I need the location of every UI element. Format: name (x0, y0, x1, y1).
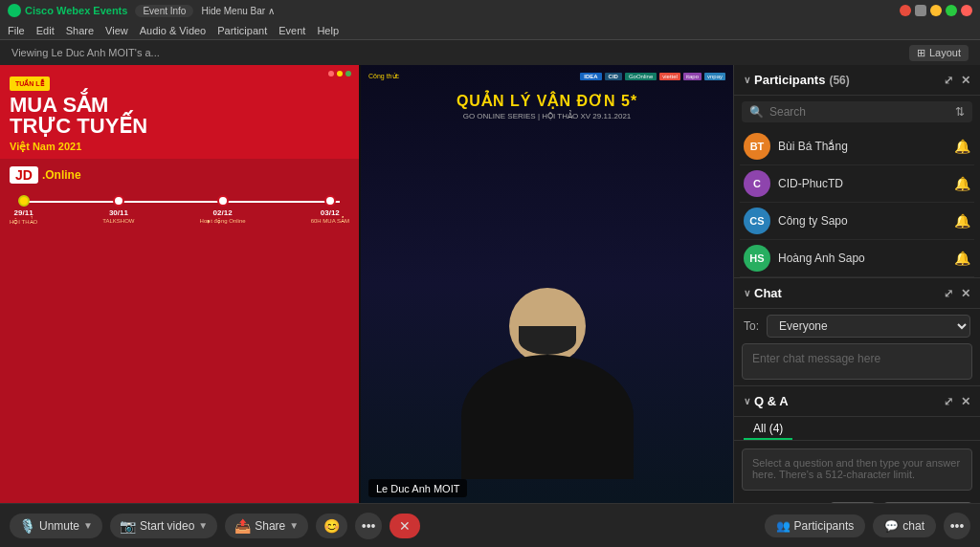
layout-icon: ⊞ (917, 47, 925, 59)
win-close-btn[interactable] (961, 5, 972, 16)
toolbar-more-icon: ••• (950, 518, 965, 534)
win-record-btn[interactable] (900, 5, 911, 16)
participants-header: ∨ Participants (56) ⤢ ✕ (734, 65, 980, 96)
chat-to-row: To: Everyone (734, 309, 980, 343)
chat-btn-icon: 💬 (884, 519, 899, 533)
chat-header: ∨ Chat ⤢ ✕ (734, 278, 980, 309)
timeline-item-3: 02/12 Hoạt động Online (200, 195, 246, 225)
participant-item-4: HS Hoàng Anh Sapo 🔔 (740, 240, 974, 277)
avatar-4: HS (744, 245, 770, 272)
chat-input-area[interactable]: Enter chat message here (742, 343, 972, 380)
toolbar-more-button[interactable]: ••• (944, 513, 970, 539)
event-sub-title: GO ONLINE SERIES | HỘI THẢO XV 29.11.202… (457, 112, 637, 120)
microphone-icon: 🎙️ (19, 518, 35, 534)
video-area: TUẦN LỄ MUA SẮM TRỰC TUYẾN Việt Nam 2021… (0, 65, 733, 503)
win-restore-btn[interactable] (946, 5, 957, 16)
menu-edit[interactable]: Edit (36, 25, 55, 36)
logo-viettel: viettel (659, 73, 680, 80)
menu-view[interactable]: View (105, 25, 128, 36)
slide-title-line1: MUA SẮM (10, 95, 349, 116)
send-button[interactable]: Send (830, 502, 876, 503)
slide-title-line2: TRỰC TUYẾN (10, 116, 349, 137)
win-cisco-btn[interactable] (915, 5, 926, 16)
chat-popout-icon[interactable]: ⤢ (944, 287, 953, 300)
chat-recipient-select[interactable]: Everyone (767, 315, 970, 338)
participants-popout-icon[interactable]: ⤢ (944, 74, 953, 87)
qa-popout-icon[interactable]: ⤢ (944, 395, 953, 408)
reactions-button[interactable]: 😊 (316, 514, 347, 538)
participant-name-4: Hoàng Anh Sapo (778, 252, 865, 265)
menu-help[interactable]: Help (317, 25, 339, 36)
chat-panel-button[interactable]: 💬 chat (873, 514, 936, 537)
participants-close-icon[interactable]: ✕ (961, 74, 970, 87)
timeline-item-2: 30/11 TALKSHOW (102, 195, 134, 224)
badge-line1: TUẦN LỄ (15, 79, 44, 88)
qa-close-icon[interactable]: ✕ (961, 395, 970, 408)
search-input[interactable] (769, 105, 949, 119)
send-privately-button[interactable]: Send Privately (883, 502, 972, 503)
mic-icon-4: 🔔 (954, 251, 970, 266)
topbar: Cisco Webex Events Event Info Hide Menu … (0, 0, 980, 21)
toolbar: 🎙️ Unmute ▼ 📷 Start video ▼ 📤 Share ▼ 😊 … (0, 503, 980, 547)
more-button[interactable]: ••• (355, 513, 382, 539)
qa-buttons: Send Send Privately (734, 498, 980, 503)
slide-subtitle: Việt Nam 2021 (10, 141, 349, 153)
viewingbar: Viewing Le Duc Anh MOIT's a... ⊞ Layout (0, 40, 980, 65)
sort-icon[interactable]: ⇅ (955, 105, 965, 119)
layout-button[interactable]: ⊞ Layout (909, 45, 969, 61)
qa-placeholder-text: Select a question and then type your ans… (752, 457, 960, 480)
menu-share[interactable]: Share (66, 25, 94, 36)
qa-tabs: All (4) (734, 417, 980, 441)
participant-item-2: C CID-PhucTD 🔔 (740, 165, 974, 203)
qa-chevron[interactable]: ∨ (744, 396, 750, 406)
app-name: Cisco Webex Events (25, 5, 127, 16)
start-video-button[interactable]: 📷 Start video ▼ (110, 514, 217, 538)
search-icon: 🔍 (749, 105, 764, 119)
video-tile-left: TUẦN LỄ MUA SẮM TRỰC TUYẾN Việt Nam 2021… (0, 65, 359, 503)
chat-section: ∨ Chat ⤢ ✕ To: Everyone Enter chat messa… (734, 277, 980, 385)
avatar-3: CS (744, 208, 770, 234)
share-icon: 📤 (234, 518, 251, 534)
logo-itapo: itapo (683, 73, 702, 80)
more-icon: ••• (362, 518, 376, 534)
share-arrow-icon: ▼ (289, 520, 299, 531)
qa-answer-area[interactable]: Select a question and then type your ans… (742, 449, 972, 491)
participants-title: Participants (754, 73, 825, 87)
hide-menu-btn[interactable]: Hide Menu Bar ∧ (201, 6, 274, 16)
qa-tab-all[interactable]: All (4) (744, 417, 792, 440)
slide-online: .Online (42, 168, 81, 182)
menu-file[interactable]: File (8, 25, 25, 36)
participant-name-3: Công ty Sapo (778, 214, 848, 228)
menu-audio-video[interactable]: Audio & Video (140, 25, 207, 36)
main-content: TUẦN LỄ MUA SẮM TRỰC TUYẾN Việt Nam 2021… (0, 65, 980, 503)
participant-item-3: CS Công ty Sapo 🔔 (740, 203, 974, 240)
logo-cid: CID (605, 73, 622, 80)
participants-count: (56) (829, 74, 849, 87)
chat-chevron[interactable]: ∨ (744, 288, 750, 298)
unmute-button[interactable]: 🎙️ Unmute ▼ (10, 514, 102, 538)
menu-participant[interactable]: Participant (217, 25, 267, 36)
participants-panel-button[interactable]: 👥 Participants (765, 514, 866, 537)
chat-close-icon[interactable]: ✕ (961, 287, 970, 300)
slide-company-text: Công thức (368, 73, 399, 80)
app-logo: Cisco Webex Events (8, 4, 127, 17)
timeline-item-4: 03/12 60H MUA SẮM (311, 195, 349, 225)
participant-name-1: Bùi Bá Thắng (778, 140, 848, 153)
leave-button[interactable]: ✕ (390, 514, 420, 538)
participants-chevron[interactable]: ∨ (744, 75, 750, 85)
win-minimize-btn[interactable] (930, 5, 942, 16)
mic-icon-3: 🔔 (954, 213, 970, 229)
presenter-name-tag: Le Duc Anh MOIT (368, 479, 467, 497)
qa-title: Q & A (754, 394, 789, 408)
share-button[interactable]: 📤 Share ▼ (225, 514, 308, 538)
mic-icon-2: 🔔 (954, 176, 970, 191)
slide-logo: JD (10, 166, 38, 184)
participants-search-bar[interactable]: 🔍 ⇅ (742, 101, 972, 122)
participant-list: BT Bùi Bá Thắng 🔔 C CID-PhucTD 🔔 CS Cô (734, 128, 980, 277)
video-tile-right: Công thức IDEA CID GoOnline viettel itap… (361, 65, 733, 503)
video-arrow-icon: ▼ (198, 520, 208, 531)
video-icon: 📷 (120, 518, 136, 534)
event-info-btn[interactable]: Event Info (135, 5, 193, 17)
menu-event[interactable]: Event (278, 25, 305, 36)
participant-item-1: BT Bùi Bá Thắng 🔔 (740, 128, 974, 165)
